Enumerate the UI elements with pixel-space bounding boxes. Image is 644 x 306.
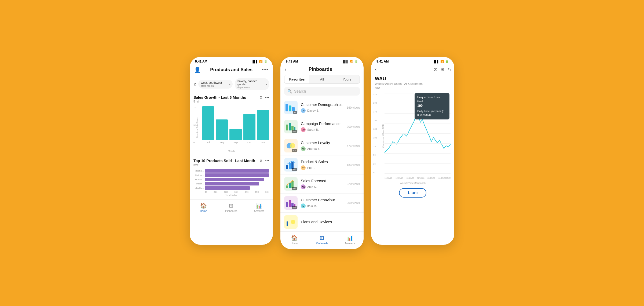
drill-btn-container: ⬇ Drill <box>371 186 454 200</box>
pinboard-name-7: Plans and Devices <box>301 220 332 224</box>
drill-icon: ⬇ <box>407 191 410 195</box>
back-icon-2[interactable]: ‹ <box>285 67 286 72</box>
pinboard-badge-4: +94 <box>292 168 297 171</box>
screen1-phone: 9:41 AM ▐▌▌ 📶 🔋 👤 Products and Sales •••… <box>190 57 273 245</box>
nav-pinboards-label-1: Pinboards <box>225 210 237 213</box>
hbar-row-1: VidaSo... <box>193 169 269 173</box>
search-placeholder: Search <box>294 89 306 93</box>
screen3-header: ‹ ⧖ ⊞ ⎙ <box>371 64 454 74</box>
pinboard-item-2[interactable]: +89 Campaign Performance SB Sarah B. 200… <box>280 117 364 136</box>
tab-yours[interactable]: Yours <box>335 75 360 83</box>
pinboard-info-5: Sales Forecast AK Anje K. <box>301 178 343 189</box>
pinboard-item-7[interactable]: Plans and Devices <box>280 213 364 232</box>
screen3-phone: 9:41 AM ▐▌▌ 📶 🔋 ‹ ⧖ ⊞ ⎙ WAU Weekly Activ… <box>371 57 454 245</box>
pinboard-author-2: Sarah B. <box>307 128 319 131</box>
pinboard-avatar-3: AS <box>301 146 306 151</box>
status-time-3: 9:41 AM <box>376 60 389 63</box>
search-bar[interactable]: 🔍 Search <box>284 87 360 96</box>
nav-answers-1[interactable]: 📊 Answers <box>245 202 273 213</box>
bar-nov-fill <box>257 110 269 140</box>
y-axis-title-sales: Growth of Total Sales <box>196 118 198 138</box>
status-icons-2: ▐▌▌ 📶 🔋 <box>342 60 358 63</box>
pinboard-avatar-5: AK <box>301 184 306 189</box>
hbar-fill-3 <box>205 178 264 181</box>
hbar-axis-title: Total Sales <box>193 194 269 197</box>
svg-point-8 <box>290 143 295 148</box>
pinboard-avatar-1: DS <box>301 108 306 113</box>
screens-container: 9:41 AM ▐▌▌ 📶 🔋 👤 Products and Sales •••… <box>190 57 454 249</box>
tooltip-date: 03/02/2020 <box>417 113 447 117</box>
nav-answers-2[interactable]: 📊 Answers <box>336 235 364 245</box>
nav-home-label-1: Home <box>200 210 207 213</box>
tab-favorites-label: Favorites <box>289 77 305 81</box>
nav-home-label-2: Home <box>291 242 298 245</box>
y-val-200: 200 <box>373 102 377 104</box>
svg-rect-9 <box>286 165 288 169</box>
hbar-fill-1 <box>205 169 269 173</box>
filter-icon-3[interactable]: ⧖ <box>434 67 437 72</box>
svg-rect-4 <box>289 123 291 130</box>
pinboard-views-6: 200 views <box>347 201 360 205</box>
drill-button[interactable]: ⬇ Drill <box>399 188 426 198</box>
filter-dept-value: bakery, canned goods... <box>237 79 266 86</box>
chart2-more-icon[interactable]: ••• <box>265 159 269 163</box>
hbar-x-3k: $3K <box>234 191 238 193</box>
more-options-icon[interactable]: ••• <box>262 67 269 73</box>
filter-dept-label: department <box>237 86 266 89</box>
tooltip-date-label: Daily Time (mixpanel): <box>417 109 447 113</box>
pinboard-meta-6: IM Italo M. <box>301 203 343 208</box>
pinboard-views-1: 160 views <box>347 106 360 109</box>
share-icon-3[interactable]: ⎙ <box>448 67 451 72</box>
filter-region[interactable]: west, southwest store region <box>198 80 233 89</box>
x-label-5: 03/13/20 <box>427 177 435 179</box>
x-label-4: 02/10/20 <box>417 177 425 179</box>
bottom-nav-2: 🏠 Home ⊞ Pinboards 📊 Answers <box>280 232 364 249</box>
bar-aug: Aug <box>216 106 228 144</box>
hbar-name-5: VidaSo... <box>193 187 204 189</box>
pinboard-author-6: Italo M. <box>307 204 317 207</box>
pinboard-item-1[interactable]: +4 Customer Demographics DS Davey S. 160… <box>280 98 364 117</box>
wifi-icon-2: 📶 <box>350 60 353 63</box>
pinboard-author-5: Anje K. <box>307 185 317 188</box>
pinboard-meta-4: PT Phil T. <box>301 165 343 170</box>
tab-all[interactable]: All <box>309 75 334 83</box>
chart1-filter-icon[interactable]: ⧖ <box>260 95 262 100</box>
nav-pinboards-1[interactable]: ⊞ Pinboards <box>217 202 245 213</box>
pinboard-item-5[interactable]: +76 Sales Forecast AK Anje K. 220 views <box>280 174 364 194</box>
hbar-name-1: VidaSo... <box>193 170 204 172</box>
pinboard-item-6[interactable]: +89 Customer Behaviour IM Italo M. 200 v… <box>280 194 364 213</box>
answers-icon-2: 📊 <box>346 235 353 241</box>
battery-icon: 🔋 <box>264 60 268 63</box>
pinboard-name-4: Product & Sales <box>301 160 328 164</box>
nav-home-2[interactable]: 🏠 Home <box>280 235 308 245</box>
nav-home-1[interactable]: 🏠 Home <box>190 202 217 213</box>
chart2-filter-icon[interactable]: ⧖ <box>260 158 262 163</box>
bar-chart-sales: 0 50 100 Growth of Total Sales Jul Aug S… <box>193 106 269 149</box>
filter-department[interactable]: bakery, canned goods... department <box>235 78 269 90</box>
signal-icon-3: ▐▌▌ <box>433 60 439 63</box>
pinboard-item-3[interactable]: +63 Customer Loyalty AS Andrea S. 373 vi… <box>280 136 364 155</box>
hbar-row-2: Mother... <box>193 173 269 177</box>
pinboard-author-4: Phil T. <box>307 166 315 169</box>
pinboard-info-1: Customer Demographics DS Davey S. <box>301 102 343 113</box>
pinboard-author-3: Andrea S. <box>307 147 320 150</box>
bar-sep: Sep <box>229 106 241 144</box>
y-val-25: 25 <box>373 163 377 165</box>
pinboard-meta-3: AS Andrea S. <box>301 146 343 151</box>
pinboard-thumb-3: +63 <box>284 139 298 152</box>
nav-pinboards-2[interactable]: ⊞ Pinboards <box>308 235 336 245</box>
y-val-125: 125 <box>373 128 377 130</box>
status-bar-1: 9:41 AM ▐▌▌ 📶 🔋 <box>190 57 273 64</box>
chart1-more-icon[interactable]: ••• <box>265 95 269 100</box>
pinboard-thumb-4: +94 <box>284 158 298 172</box>
chart2-section-header: Top 10 Products Sold - Last Month ⧖ ••• <box>190 156 273 163</box>
pinboard-item-4[interactable]: +94 Product & Sales PT Phil T. 183 views <box>280 155 364 174</box>
tab-favorites[interactable]: Favorites <box>284 75 309 83</box>
filter-icon[interactable]: ⧖ <box>193 82 196 86</box>
grid-icon-3[interactable]: ⊞ <box>441 67 444 72</box>
back-icon-3[interactable]: ‹ <box>375 67 376 72</box>
svg-point-20 <box>291 220 295 224</box>
profile-icon[interactable]: 👤 <box>194 67 201 73</box>
chart2-title: Top 10 Products Sold - Last Month <box>193 159 255 163</box>
chart1-title: Sales Growth - Last 6 Months <box>193 95 246 100</box>
